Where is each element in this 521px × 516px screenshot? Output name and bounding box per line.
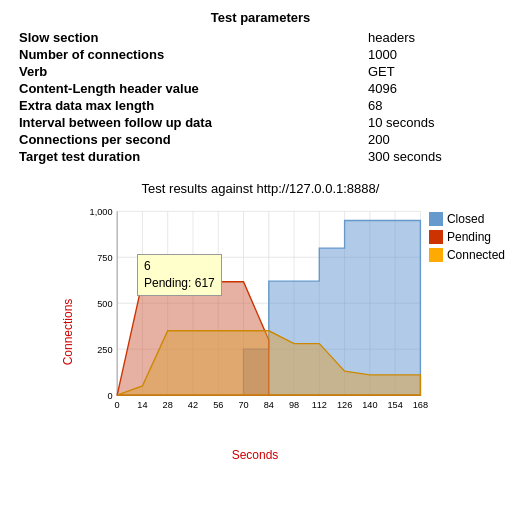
param-label: Number of connections xyxy=(15,46,364,63)
param-row: Number of connections1000 xyxy=(15,46,506,63)
param-value: 200 xyxy=(364,131,506,148)
chart-svg: 02505007501,0000142842567084981121261401… xyxy=(85,202,425,432)
param-value: 68 xyxy=(364,97,506,114)
params-title: Test parameters xyxy=(15,10,506,25)
legend-label: Pending xyxy=(447,230,491,244)
svg-text:98: 98 xyxy=(289,400,299,410)
x-axis-label: Seconds xyxy=(85,448,425,462)
legend: ClosedPendingConnected xyxy=(429,212,505,266)
legend-item: Closed xyxy=(429,212,505,226)
svg-text:154: 154 xyxy=(387,400,402,410)
svg-text:84: 84 xyxy=(264,400,274,410)
param-label: Verb xyxy=(15,63,364,80)
param-value: 300 seconds xyxy=(364,148,506,165)
param-label: Target test duration xyxy=(15,148,364,165)
params-section: Test parameters Slow sectionheadersNumbe… xyxy=(15,10,506,165)
svg-text:56: 56 xyxy=(213,400,223,410)
legend-color xyxy=(429,212,443,226)
param-value: GET xyxy=(364,63,506,80)
param-value: headers xyxy=(364,29,506,46)
svg-text:0: 0 xyxy=(115,400,120,410)
chart-section: Test results against http://127.0.0.1:88… xyxy=(15,181,506,462)
param-value: 1000 xyxy=(364,46,506,63)
param-row: Interval between follow up data10 second… xyxy=(15,114,506,131)
param-label: Connections per second xyxy=(15,131,364,148)
legend-item: Pending xyxy=(429,230,505,244)
svg-text:250: 250 xyxy=(97,345,112,355)
svg-text:750: 750 xyxy=(97,253,112,263)
svg-text:0: 0 xyxy=(107,391,112,401)
params-table: Slow sectionheadersNumber of connections… xyxy=(15,29,506,165)
chart-container: Connections 02505007501,0000142842567084… xyxy=(45,202,505,462)
legend-item: Connected xyxy=(429,248,505,262)
svg-text:168: 168 xyxy=(413,400,428,410)
legend-color xyxy=(429,230,443,244)
svg-text:126: 126 xyxy=(337,400,352,410)
svg-point-41 xyxy=(138,277,147,286)
param-row: Target test duration300 seconds xyxy=(15,148,506,165)
legend-label: Connected xyxy=(447,248,505,262)
param-row: VerbGET xyxy=(15,63,506,80)
svg-text:140: 140 xyxy=(362,400,377,410)
legend-label: Closed xyxy=(447,212,484,226)
svg-text:500: 500 xyxy=(97,299,112,309)
svg-text:42: 42 xyxy=(188,400,198,410)
svg-text:70: 70 xyxy=(238,400,248,410)
param-label: Interval between follow up data xyxy=(15,114,364,131)
param-label: Slow section xyxy=(15,29,364,46)
param-value: 10 seconds xyxy=(364,114,506,131)
param-row: Connections per second200 xyxy=(15,131,506,148)
svg-text:14: 14 xyxy=(137,400,147,410)
param-row: Content-Length header value4096 xyxy=(15,80,506,97)
param-value: 4096 xyxy=(364,80,506,97)
svg-text:1,000: 1,000 xyxy=(90,207,113,217)
svg-text:28: 28 xyxy=(163,400,173,410)
param-row: Extra data max length68 xyxy=(15,97,506,114)
chart-area: 02505007501,0000142842567084981121261401… xyxy=(85,202,425,432)
svg-text:112: 112 xyxy=(312,400,327,410)
param-label: Extra data max length xyxy=(15,97,364,114)
y-axis-label: Connections xyxy=(61,299,75,366)
legend-color xyxy=(429,248,443,262)
param-label: Content-Length header value xyxy=(15,80,364,97)
param-row: Slow sectionheaders xyxy=(15,29,506,46)
chart-title: Test results against http://127.0.0.1:88… xyxy=(15,181,506,196)
